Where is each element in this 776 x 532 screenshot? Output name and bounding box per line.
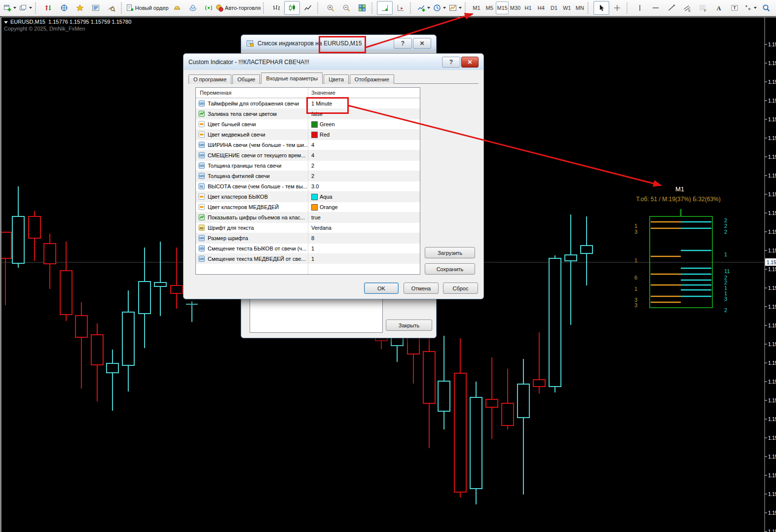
signals-button[interactable] (201, 1, 217, 15)
param-value[interactable]: false (311, 111, 323, 117)
param-value[interactable]: true (311, 214, 321, 220)
zoom-in-icon (327, 4, 334, 12)
help-button[interactable]: ? (442, 57, 460, 68)
auto-scroll-icon (381, 4, 389, 12)
history-center-button[interactable] (169, 1, 185, 15)
navigator-button[interactable] (72, 1, 88, 15)
trend-line-button[interactable] (664, 1, 679, 15)
equidistant-channel-button[interactable]: E (679, 1, 695, 15)
timeframe-button-h1[interactable]: H1 (522, 1, 535, 14)
line-chart-button[interactable] (300, 1, 316, 15)
tab-входные-параметры[interactable]: Входные параметры (261, 72, 323, 84)
param-value[interactable]: Aqua (320, 194, 333, 200)
param-value[interactable]: 1 (311, 246, 314, 251)
auto-trading-button[interactable]: Авто-торговля (217, 1, 261, 15)
fibonacci-button[interactable]: F (695, 1, 711, 15)
number-param-icon: 123 (198, 235, 205, 242)
ok-button[interactable]: OK (364, 283, 399, 294)
text-button[interactable]: A (711, 1, 727, 15)
tab-о-программе[interactable]: О программе (188, 74, 231, 84)
chart-shift-button[interactable] (393, 1, 408, 15)
timeframe-button-m15[interactable]: M15 (496, 1, 509, 14)
custom-indicator-titlebar[interactable]: Custom Indicator - !!!КЛАСТЕРНАЯ СВЕЧА!!… (184, 54, 483, 70)
new-order-button[interactable]: Новый ордер (127, 1, 169, 15)
indicator-list-icon (246, 39, 254, 47)
param-value[interactable]: Orange (320, 204, 338, 210)
param-value[interactable]: 1 (311, 256, 314, 262)
timeframe-button-d1[interactable]: D1 (548, 1, 560, 14)
close-button[interactable]: ✕ (413, 38, 431, 49)
bar-chart-button[interactable] (268, 1, 284, 15)
profiles-button[interactable] (18, 1, 34, 15)
data-window-button[interactable] (56, 1, 72, 15)
tile-windows-button[interactable] (354, 1, 370, 15)
search-button[interactable] (758, 1, 774, 15)
svg-text:1.15: 1.15 (768, 154, 776, 160)
number-param-icon: 123 (198, 162, 205, 169)
boolean-param-icon (198, 110, 205, 117)
market-watch-button[interactable] (40, 1, 56, 15)
terminal-button[interactable] (88, 1, 104, 15)
close-button[interactable]: ✕ (461, 57, 479, 68)
candle (75, 302, 87, 389)
bull-volume-label: 1 (724, 251, 727, 257)
bear-volume-label: 3 (634, 302, 637, 308)
strategy-tester-icon (108, 4, 115, 12)
candle (502, 369, 514, 429)
param-value[interactable]: 1 Minute (311, 101, 332, 106)
text-icon: A (715, 4, 723, 12)
timeframe-button-w1[interactable]: W1 (560, 1, 573, 14)
periods-button[interactable] (432, 1, 447, 15)
auto-scroll-button[interactable] (377, 1, 393, 15)
shapes-button[interactable] (742, 1, 758, 15)
param-value[interactable]: Verdana (311, 225, 332, 231)
tab-общие[interactable]: Общие (232, 74, 260, 84)
parameter-table[interactable]: ПеременнаяЗначение123Таймфрейм для отобр… (195, 87, 420, 275)
strategy-tester-button[interactable] (104, 1, 119, 15)
cancel-button[interactable]: Отмена (404, 283, 439, 294)
param-value[interactable]: 8 (311, 235, 314, 241)
cursor-button[interactable] (593, 1, 609, 15)
reset-button[interactable]: Сброс (443, 283, 478, 294)
text-label-button[interactable]: T (727, 1, 742, 15)
chart-symbol: EURUSD,M15 (10, 19, 45, 25)
close-list-button[interactable]: Закрыть (386, 319, 432, 331)
zoom-out-button[interactable] (338, 1, 354, 15)
load-button[interactable]: Загрузить (425, 247, 475, 258)
indicator-list-titlebar[interactable]: Список индикаторов на EURUSD,M15 ? ✕ (241, 35, 436, 51)
param-value[interactable]: 2 (311, 163, 314, 169)
timeframe-button-m1[interactable]: M1 (470, 1, 483, 14)
timeframe-button-m5[interactable]: M5 (483, 1, 496, 14)
param-value[interactable]: Green (320, 121, 335, 127)
svg-text:1.15: 1.15 (768, 435, 776, 441)
tab-цвета[interactable]: Цвета (324, 74, 349, 84)
help-button[interactable]: ? (394, 38, 412, 49)
param-value[interactable]: 3.0 (311, 183, 319, 189)
timeframe-button-h4[interactable]: H4 (535, 1, 548, 14)
navigator-icon (76, 4, 84, 12)
candle (44, 234, 56, 289)
param-value[interactable]: Red (320, 132, 330, 138)
add-indicator-button[interactable] (416, 1, 432, 15)
chevron-down-icon[interactable] (4, 21, 8, 24)
new-chart-button[interactable] (2, 1, 18, 15)
param-name: Цвет кластеров МЕДВЕДЕЙ (208, 204, 279, 210)
timeframe-button-m30[interactable]: M30 (509, 1, 521, 14)
tab-отображение[interactable]: Отображение (350, 74, 394, 84)
candlestick-chart-button[interactable] (284, 1, 300, 15)
templates-button[interactable] (447, 1, 463, 15)
param-value[interactable]: 2 (311, 173, 314, 179)
experts-button[interactable] (185, 1, 201, 15)
toolbar-separator (317, 2, 321, 13)
svg-text:1.15: 1.15 (768, 510, 776, 516)
save-button[interactable]: Сохранить (425, 263, 475, 275)
param-value[interactable]: 4 (311, 152, 314, 158)
svg-text:123: 123 (199, 237, 204, 240)
param-value[interactable]: 4 (311, 142, 314, 148)
bull-volume-label: 2 (724, 229, 727, 235)
zoom-in-button[interactable] (323, 1, 338, 15)
horizontal-line-button[interactable] (648, 1, 664, 15)
crosshair-button[interactable] (609, 1, 625, 15)
vertical-line-button[interactable] (632, 1, 648, 15)
timeframe-button-mn[interactable]: MN (573, 1, 586, 14)
